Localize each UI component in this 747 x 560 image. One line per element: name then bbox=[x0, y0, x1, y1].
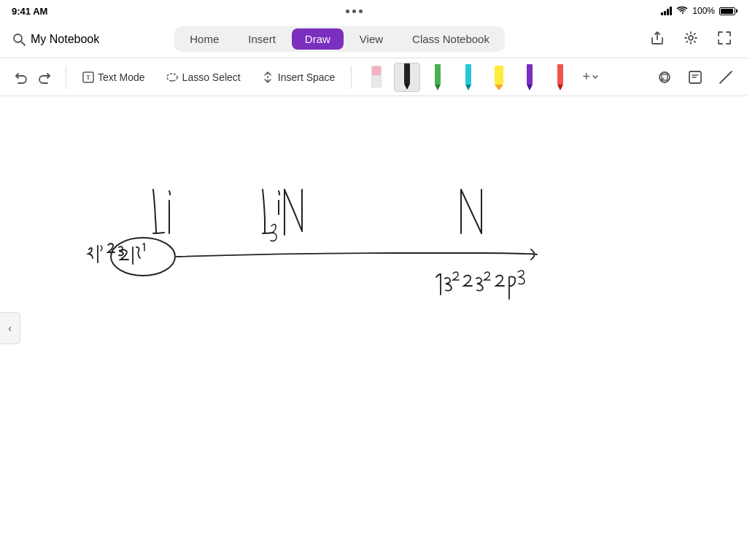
dot-3 bbox=[359, 9, 363, 13]
battery-icon bbox=[719, 7, 735, 15]
svg-rect-18 bbox=[557, 64, 563, 85]
search-icon bbox=[12, 32, 26, 47]
2s1-text bbox=[120, 244, 144, 264]
text-mode-label: Text Mode bbox=[98, 71, 145, 83]
shapes-button[interactable] bbox=[652, 65, 677, 90]
nav-right-icons bbox=[646, 27, 735, 51]
insert-space-icon bbox=[261, 71, 274, 84]
divider-2 bbox=[351, 66, 352, 89]
black-pen-button[interactable] bbox=[394, 63, 420, 92]
insert-space-label: Insert Space bbox=[278, 71, 336, 83]
circle-2s1 bbox=[111, 238, 175, 276]
red-pen-icon bbox=[556, 64, 565, 90]
status-bar: 9:41 AM 100% bbox=[0, 0, 747, 20]
toolbar: T Text Mode Lasso Select Insert Space bbox=[0, 58, 747, 96]
svg-marker-11 bbox=[435, 85, 441, 90]
tab-draw[interactable]: Draw bbox=[292, 28, 344, 50]
cyan-pen-button[interactable] bbox=[455, 63, 481, 92]
signal-icon bbox=[661, 7, 672, 15]
svg-marker-15 bbox=[495, 85, 503, 90]
tab-insert[interactable]: Insert bbox=[235, 28, 289, 50]
canvas-area[interactable]: ‹ bbox=[0, 96, 747, 560]
settings-button[interactable] bbox=[680, 27, 702, 51]
undo-redo-group bbox=[9, 66, 57, 89]
sticky-note-icon bbox=[687, 69, 703, 85]
black-pen-icon bbox=[403, 63, 411, 90]
battery-percent: 100% bbox=[692, 6, 715, 16]
svg-marker-17 bbox=[527, 85, 533, 90]
undo-icon bbox=[14, 71, 27, 84]
svg-point-5 bbox=[167, 74, 177, 81]
svg-rect-8 bbox=[404, 63, 410, 84]
yellow-highlighter-button[interactable] bbox=[486, 63, 512, 92]
lasso-icon bbox=[166, 71, 179, 84]
ruler-icon bbox=[718, 69, 734, 85]
tab-home[interactable]: Home bbox=[177, 28, 232, 50]
li3n-text bbox=[263, 190, 302, 241]
share-button[interactable] bbox=[646, 27, 668, 51]
dot-2 bbox=[352, 9, 356, 13]
divider-1 bbox=[66, 66, 66, 89]
dot-1 bbox=[346, 9, 349, 13]
lasso-select-label: Lasso Select bbox=[182, 71, 241, 83]
svg-marker-9 bbox=[404, 84, 410, 90]
svg-marker-13 bbox=[465, 85, 471, 90]
chevron-down-icon bbox=[592, 74, 599, 81]
add-pen-button[interactable]: + bbox=[578, 66, 603, 88]
eraser-button[interactable] bbox=[363, 63, 390, 92]
svg-rect-14 bbox=[495, 66, 503, 85]
gear-icon bbox=[683, 30, 699, 46]
svg-marker-19 bbox=[557, 85, 563, 90]
pen-tools: + bbox=[363, 63, 603, 92]
svg-point-2 bbox=[689, 36, 693, 40]
arrow bbox=[177, 249, 537, 260]
green-pen-icon bbox=[433, 64, 442, 90]
text-mode-button[interactable]: T Text Mode bbox=[75, 67, 152, 88]
sticky-note-button[interactable] bbox=[683, 65, 708, 90]
electron-config-right bbox=[436, 271, 525, 299]
svg-rect-10 bbox=[435, 64, 441, 85]
green-pen-button[interactable] bbox=[425, 63, 451, 92]
undo-button[interactable] bbox=[9, 66, 32, 89]
eraser-bottom bbox=[371, 76, 382, 88]
n-text-right bbox=[461, 190, 481, 233]
tab-class-notebook[interactable]: Class Notebook bbox=[399, 28, 503, 50]
text-mode-icon: T bbox=[82, 71, 94, 83]
svg-rect-16 bbox=[527, 64, 533, 85]
svg-rect-12 bbox=[465, 64, 471, 85]
fullscreen-icon bbox=[716, 30, 732, 46]
toolbar-right bbox=[652, 65, 738, 90]
li-text bbox=[153, 190, 170, 233]
purple-pen-icon bbox=[525, 64, 534, 90]
drawing-canvas bbox=[0, 96, 747, 560]
status-center bbox=[346, 9, 363, 13]
shapes-icon bbox=[657, 69, 673, 85]
status-time: 9:41 AM bbox=[12, 6, 47, 17]
redo-icon bbox=[39, 71, 52, 84]
eraser-top bbox=[371, 66, 382, 76]
red-pen-button[interactable] bbox=[547, 63, 573, 92]
share-icon bbox=[649, 30, 665, 46]
purple-pen-button[interactable] bbox=[516, 63, 543, 92]
wifi-icon bbox=[676, 6, 688, 17]
fullscreen-button[interactable] bbox=[713, 27, 735, 51]
1s2-text bbox=[88, 244, 123, 262]
search-button[interactable]: My Notebook bbox=[12, 32, 99, 47]
ruler-button[interactable] bbox=[713, 65, 738, 90]
yellow-highlighter-icon bbox=[494, 66, 504, 90]
tab-view[interactable]: View bbox=[347, 28, 396, 50]
nav-tabs: Home Insert Draw View Class Notebook bbox=[174, 26, 505, 52]
redo-button[interactable] bbox=[34, 66, 57, 89]
cyan-pen-icon bbox=[464, 64, 473, 90]
nav-bar: My Notebook Home Insert Draw View Class … bbox=[0, 20, 747, 58]
status-right: 100% bbox=[661, 6, 735, 17]
svg-line-1 bbox=[21, 42, 25, 45]
lasso-select-button[interactable]: Lasso Select bbox=[158, 66, 248, 88]
svg-point-0 bbox=[14, 34, 22, 42]
svg-point-6 bbox=[171, 80, 173, 82]
notebook-title: My Notebook bbox=[31, 33, 99, 46]
insert-space-button[interactable]: Insert Space bbox=[254, 66, 343, 88]
svg-text:T: T bbox=[86, 74, 90, 81]
